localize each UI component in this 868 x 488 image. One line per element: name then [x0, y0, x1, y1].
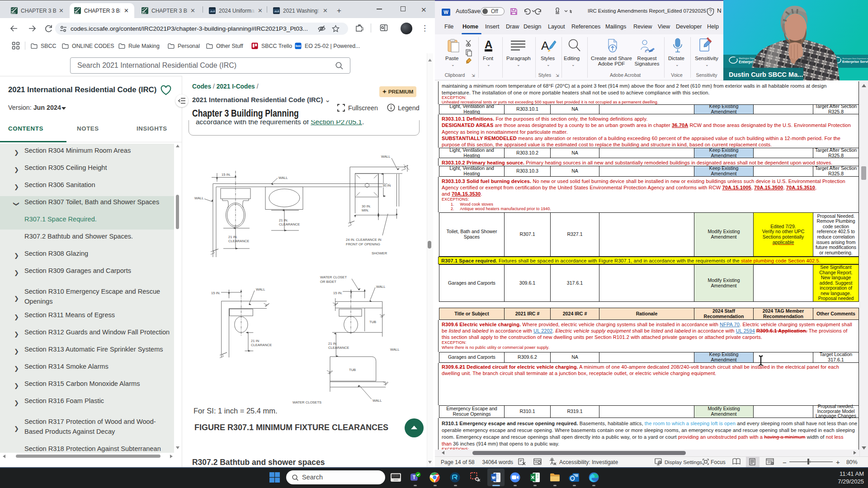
svg-text:TUB: TUB: [369, 320, 376, 324]
svg-text:WALL: WALL: [390, 347, 399, 352]
svg-text:CLEARANCE: CLEARANCE: [328, 346, 349, 350]
svg-text:TUB: TUB: [349, 368, 356, 372]
svg-text:21 IN.: 21 IN.: [279, 218, 288, 222]
svg-text:CLEARANCE: CLEARANCE: [228, 239, 249, 243]
svg-text:WATER CLOSET: WATER CLOSET: [320, 275, 347, 279]
svg-text:box: box: [296, 44, 301, 47]
svg-text:T: T: [413, 475, 416, 480]
svg-text:WALL: WALL: [194, 196, 203, 200]
svg-text:15 IN.: 15 IN.: [333, 291, 342, 295]
svg-text:WALL: WALL: [373, 399, 382, 403]
svg-text:CLEARANCE: CLEARANCE: [279, 222, 300, 226]
svg-text:CLEARANCE: CLEARANCE: [251, 343, 272, 347]
svg-text:21 IN: 21 IN: [328, 342, 336, 346]
svg-text:FRONT OF OPENING: FRONT OF OPENING: [346, 242, 380, 246]
svg-text:Dustin Curb SBCC Ma...: Dustin Curb SBCC Ma...: [729, 71, 803, 78]
svg-text:WALL: WALL: [278, 176, 288, 180]
svg-text:21 IN.: 21 IN.: [228, 235, 237, 239]
svg-text:WALL: WALL: [376, 285, 385, 289]
svg-text:WALL: WALL: [256, 287, 265, 291]
svg-text:MIN.: MIN.: [362, 208, 369, 212]
svg-text:WATER CLOSETS: WATER CLOSETS: [292, 400, 321, 404]
svg-text:15 IN.: 15 IN.: [222, 173, 231, 177]
svg-text:Enterprise Services: Enterprise Services: [842, 60, 868, 64]
svg-text:WALL: WALL: [381, 155, 390, 159]
svg-text:A: A: [541, 39, 549, 52]
svg-text:30 IN: 30 IN: [382, 183, 391, 188]
svg-text:OR BIDET: OR BIDET: [320, 280, 336, 284]
svg-text:SHOWER: SHOWER: [372, 251, 387, 255]
svg-text:?: ?: [709, 9, 712, 14]
svg-text:15 IN.: 15 IN.: [211, 291, 220, 295]
svg-text:x: x: [645, 49, 646, 53]
svg-text:30 IN.: 30 IN.: [362, 204, 371, 208]
svg-text:24 IN. CLEARANCE IN: 24 IN. CLEARANCE IN: [346, 238, 382, 242]
svg-text:21 IN: 21 IN: [251, 339, 259, 343]
